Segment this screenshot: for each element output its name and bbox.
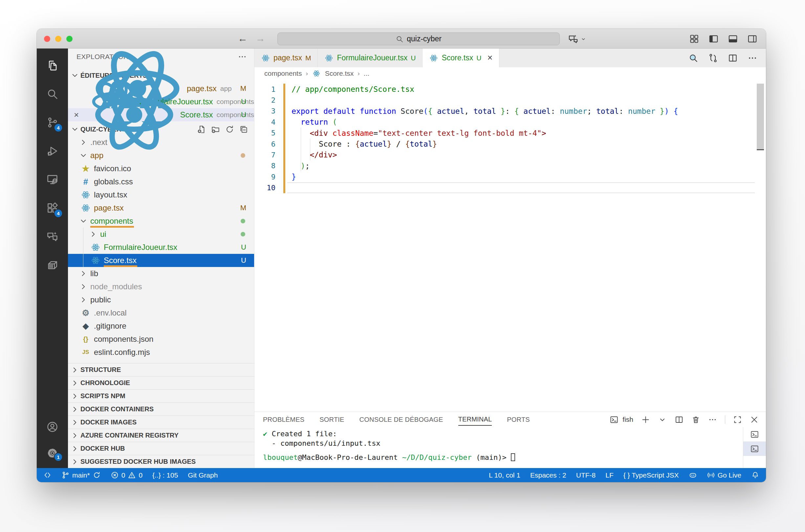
- customize-layout-icon[interactable]: [689, 34, 699, 44]
- tree-item-components[interactable]: components: [68, 214, 254, 228]
- status-item-branch[interactable]: main*: [61, 471, 101, 479]
- code-editor[interactable]: 1// app/components/Score.tsx23export def…: [254, 80, 766, 412]
- open-changes-icon[interactable]: [708, 53, 718, 63]
- status-item-git-graph[interactable]: Git Graph: [188, 471, 218, 479]
- terminal-profile-dropdown-icon[interactable]: [658, 415, 667, 424]
- breadcrumb-item[interactable]: components: [264, 70, 302, 77]
- tree-item-components.json[interactable]: {}components.json: [68, 332, 254, 346]
- close-window-button[interactable]: [44, 36, 50, 42]
- open-editor-Score.tsx[interactable]: ×Score.tsxcomponentsU: [68, 108, 254, 121]
- activity-item-remote-explorer[interactable]: [37, 165, 68, 194]
- tree-item-page.tsx[interactable]: page.tsxM: [68, 202, 254, 214]
- refresh-explorer-icon[interactable]: [225, 125, 234, 134]
- split-terminal-icon[interactable]: [675, 415, 683, 424]
- status-item-copilot[interactable]: [689, 471, 697, 479]
- tree-item-.next[interactable]: .next: [68, 136, 254, 149]
- sidebar-section-scripts-npm[interactable]: SCRIPTS NPM: [68, 389, 254, 402]
- activity-item-docker[interactable]: [37, 251, 68, 280]
- panel-tab-output[interactable]: SORTIE: [319, 414, 344, 425]
- activity-item-settings[interactable]: 1: [37, 440, 68, 466]
- tree-item-node_modules[interactable]: node_modules: [68, 280, 254, 293]
- tree-item-app[interactable]: app: [68, 149, 254, 162]
- tree-item-.env.local[interactable]: ⚙.env.local: [68, 306, 254, 320]
- chevron-right-icon: [71, 444, 79, 453]
- sidebar-section-docker-hub[interactable]: DOCKER HUB: [68, 442, 254, 455]
- more-actions-icon[interactable]: [238, 52, 247, 61]
- activity-item-search[interactable]: [37, 80, 68, 108]
- close-icon[interactable]: ×: [487, 54, 492, 62]
- terminal-instance-1[interactable]: [743, 427, 766, 441]
- tree-item-label: .env.local: [94, 308, 127, 318]
- panel-tab-terminal[interactable]: TERMINAL: [458, 414, 492, 426]
- forward-button[interactable]: →: [255, 33, 265, 44]
- section-label: DOCKER HUB: [80, 445, 125, 452]
- tree-item-lib[interactable]: lib: [68, 267, 254, 280]
- toggle-secondary-sidebar-icon[interactable]: [747, 34, 757, 44]
- tab-formulairejoueur[interactable]: FormulaireJoueur.tsxU: [318, 49, 422, 67]
- tree-item-FormulaireJoueur.tsx[interactable]: FormulaireJoueur.tsxU: [68, 241, 254, 254]
- terminal-icon: [750, 444, 759, 453]
- editor-scrollbar[interactable]: [757, 84, 764, 149]
- close-icon[interactable]: ×: [74, 111, 79, 119]
- copilot-menu[interactable]: [568, 34, 586, 44]
- minimize-window-button[interactable]: [55, 36, 61, 42]
- tree-item-layout.tsx[interactable]: layout.tsx: [68, 188, 254, 202]
- panel-tab-ports[interactable]: PORTS: [507, 414, 530, 425]
- tab-score[interactable]: Score.tsxU×: [422, 49, 499, 67]
- tree-item-public[interactable]: public: [68, 293, 254, 306]
- terminal-view[interactable]: ✔ Created 1 file: - components/ui/input.…: [254, 427, 766, 468]
- panel-tab-problems[interactable]: PROBLÈMES: [263, 414, 304, 425]
- status-item-go-live[interactable]: Go Live: [707, 471, 741, 479]
- status-item-language-mode[interactable]: { } TypeScript JSX: [623, 471, 679, 479]
- back-button[interactable]: ←: [238, 33, 248, 44]
- sidebar-section-chronologie[interactable]: CHRONOLOGIE: [68, 376, 254, 389]
- tree-item-ui[interactable]: ui: [68, 228, 254, 241]
- command-center-search[interactable]: quiz-cyber: [277, 33, 560, 45]
- tree-item-eslint.config.mjs[interactable]: JSeslint.config.mjs: [68, 346, 254, 359]
- more-actions-icon[interactable]: [708, 415, 717, 424]
- sidebar-section-structure[interactable]: STRUCTURE: [68, 363, 254, 376]
- status-item-encoding[interactable]: UTF-8: [576, 471, 596, 479]
- close-panel-icon[interactable]: [750, 415, 759, 424]
- editor-search-icon[interactable]: [689, 53, 698, 63]
- more-actions-icon[interactable]: [748, 53, 757, 63]
- kill-terminal-icon[interactable]: [691, 415, 700, 424]
- panel-tab-debug-console[interactable]: CONSOLE DE DÉBOGAGE: [360, 414, 443, 425]
- activity-item-extensions[interactable]: 4: [37, 194, 68, 222]
- split-editor-icon[interactable]: [728, 53, 738, 63]
- activity-item-account[interactable]: [37, 414, 68, 440]
- terminal-instance-2[interactable]: [743, 441, 766, 456]
- activity-item-run-debug[interactable]: [37, 137, 68, 165]
- sidebar-section-docker-images[interactable]: DOCKER IMAGES: [68, 416, 254, 429]
- tree-item-Score.tsx[interactable]: Score.tsxU: [68, 254, 254, 267]
- status-item-remote[interactable]: [43, 471, 52, 479]
- toggle-primary-sidebar-icon[interactable]: [709, 34, 719, 44]
- tab-page[interactable]: page.tsxM: [254, 49, 318, 67]
- sidebar-section-suggested-docker-hub-images[interactable]: SUGGESTED DOCKER HUB IMAGES: [68, 455, 254, 468]
- collapse-folders-icon[interactable]: [239, 125, 248, 134]
- tree-item-favicon.ico[interactable]: ★favicon.ico: [68, 162, 254, 175]
- new-terminal-icon[interactable]: [641, 415, 650, 424]
- new-file-icon[interactable]: [197, 125, 206, 134]
- breadcrumb-separator: ›: [358, 70, 360, 77]
- status-item-cursor-position[interactable]: L 10, col 1: [489, 471, 520, 479]
- breadcrumb-item[interactable]: ...: [364, 70, 370, 77]
- activity-item-chat[interactable]: [37, 222, 68, 251]
- activity-item-source-control[interactable]: 4: [37, 108, 68, 137]
- activity-item-explorer[interactable]: [37, 51, 68, 80]
- tree-item-globals.css[interactable]: #globals.css: [68, 175, 254, 188]
- status-item-notifications[interactable]: [751, 471, 760, 479]
- status-item-braces-count[interactable]: {..} : 105: [152, 471, 178, 479]
- maximize-panel-icon[interactable]: [733, 415, 742, 424]
- tree-item-.gitignore[interactable]: ◆.gitignore: [68, 320, 254, 332]
- tree-item-label: layout.tsx: [94, 190, 127, 200]
- toggle-panel-icon[interactable]: [728, 34, 738, 44]
- new-folder-icon[interactable]: [211, 125, 220, 134]
- status-item-eol[interactable]: LF: [605, 471, 614, 479]
- breadcrumb-item[interactable]: Score.tsx: [325, 70, 354, 77]
- sidebar-section-docker-containers[interactable]: DOCKER CONTAINERS: [68, 402, 254, 416]
- status-item-indentation[interactable]: Espaces : 2: [530, 471, 566, 479]
- zoom-window-button[interactable]: [66, 36, 73, 42]
- sidebar-section-azure-container-registry[interactable]: AZURE CONTAINER REGISTRY: [68, 429, 254, 442]
- status-item-problems[interactable]: 00: [111, 471, 143, 479]
